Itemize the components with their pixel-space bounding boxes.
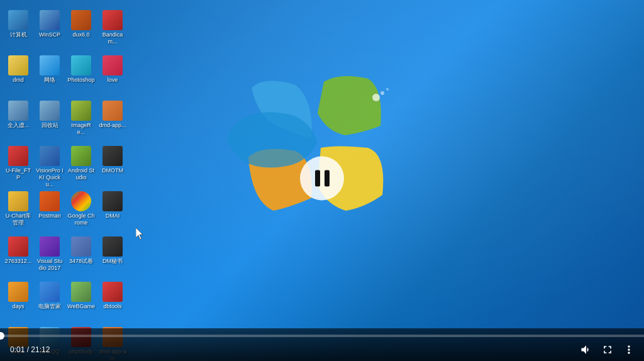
- icon-img-uchard: [8, 191, 28, 211]
- icon-label-uftp: U-File_FTP: [4, 167, 32, 181]
- desktop-icon-chrome[interactable]: Google Chrome: [67, 190, 96, 234]
- pause-button[interactable]: [300, 157, 344, 201]
- icon-img-protect: [40, 282, 60, 302]
- desktop-icon-postman[interactable]: Postman: [35, 190, 64, 234]
- desktop-icon-3478[interactable]: 3478试卷: [67, 235, 96, 279]
- desktop-icons: 计算机WinSCPdux6.0Bandicam...dmd网络Photoshop…: [0, 5, 126, 332]
- pause-bar-right: [325, 170, 330, 187]
- icon-label-computer: 计算机: [10, 31, 27, 38]
- desktop-icon-dmdapp[interactable]: dmd-app...: [98, 99, 127, 143]
- icon-img-qq: [40, 55, 60, 75]
- desktop-icon-dm6[interactable]: DM秘书: [98, 235, 127, 279]
- progress-bar[interactable]: [0, 335, 644, 337]
- fullscreen-icon: [601, 343, 614, 356]
- desktop-icon-dmai[interactable]: DMAI: [98, 190, 127, 234]
- desktop-icon-qq[interactable]: 网络: [35, 54, 64, 98]
- icon-label-dmai: DMAI: [106, 213, 120, 219]
- desktop-icon-photoshop[interactable]: Photoshop: [67, 54, 96, 98]
- desktop-icon-num[interactable]: 2763312...: [4, 235, 33, 279]
- icon-label-dux: dux6.0: [72, 31, 89, 38]
- icon-img-love: [103, 55, 123, 75]
- progress-dot: [0, 332, 4, 340]
- desktop-icon-computer[interactable]: 计算机: [4, 9, 33, 53]
- icon-img-chrome: [71, 191, 91, 211]
- desktop-icon-imageres[interactable]: ImageRe...: [67, 99, 96, 143]
- icon-img-recycle: [40, 101, 60, 121]
- icon-label-dmd: dmd: [13, 77, 24, 84]
- video-container: 计算机WinSCPdux6.0Bandicam...dmd网络Photoshop…: [0, 0, 644, 361]
- icon-img-dmd: [8, 55, 28, 75]
- time-display: 0:01 / 21:12: [10, 345, 50, 354]
- windows-logo: [214, 50, 415, 252]
- icon-img-3478: [71, 236, 91, 257]
- icon-img-dbtools: [103, 282, 123, 302]
- pause-bar-left: [315, 170, 320, 187]
- controls-bottom: 0:01 / 21:12: [0, 342, 644, 357]
- icon-label-webgame: WeBGame: [67, 303, 95, 310]
- pause-icon: [315, 170, 330, 187]
- icon-img-bandicam: [103, 10, 123, 30]
- desktop-icon-protect[interactable]: 电脑管家: [35, 280, 64, 325]
- icon-img-winscp: [40, 10, 60, 30]
- volume-button[interactable]: [579, 342, 594, 357]
- desktop-icon-webgame[interactable]: WeBGame: [67, 280, 96, 325]
- desktop-icon-dbtools[interactable]: dbtools: [98, 280, 127, 325]
- icon-img-vs: [40, 236, 60, 257]
- desktop-icon-vision[interactable]: VisionPro IKI Quicku...: [35, 145, 64, 189]
- video-controls-bar: 0:01 / 21:12: [0, 328, 644, 361]
- icon-img-dm6: [103, 236, 123, 257]
- volume-icon: [580, 343, 592, 356]
- icon-label-winscp: WinSCP: [39, 31, 60, 38]
- icon-img-dmdapp: [103, 101, 123, 121]
- icon-label-vs: Visual Studio 2017: [36, 258, 64, 272]
- icon-label-protect: 电脑管家: [38, 303, 61, 310]
- icon-img-webgame: [71, 282, 91, 302]
- icon-img-computer: [8, 10, 28, 30]
- more-vert-icon: [623, 343, 635, 356]
- desktop-icon-days[interactable]: days: [4, 280, 33, 325]
- desktop-icon-recycle[interactable]: 回收站: [35, 99, 64, 143]
- icon-label-days: days: [12, 303, 24, 310]
- icon-label-love: love: [108, 77, 118, 84]
- desktop-icon-vs[interactable]: Visual Studio 2017: [35, 235, 64, 279]
- icon-img-imageres: [71, 101, 91, 121]
- icon-img-dux: [71, 10, 91, 30]
- icon-img-days: [8, 282, 28, 302]
- desktop-icon-bandicam[interactable]: Bandicam...: [98, 9, 127, 53]
- icon-img-photoshop: [71, 55, 91, 75]
- desktop-icon-dmd[interactable]: dmd: [4, 54, 33, 98]
- icon-img-android: [71, 146, 91, 166]
- desktop-icon-winscp[interactable]: WinSCP: [35, 9, 64, 53]
- desktop-icon-uftp[interactable]: U-File_FTP: [4, 145, 33, 189]
- icon-label-dm6: DM秘书: [103, 258, 123, 265]
- icon-label-recycle: 回收站: [42, 122, 58, 129]
- icon-label-postman: Postman: [38, 213, 61, 219]
- desktop-icon-uchard[interactable]: U-Chart库管理: [4, 190, 33, 234]
- icon-img-dmai: [103, 191, 123, 211]
- icon-label-uchard: U-Chart库管理: [4, 213, 32, 226]
- svg-point-1: [380, 91, 384, 95]
- icon-img-postman: [40, 191, 60, 211]
- icon-label-bandicam: Bandicam...: [99, 31, 126, 45]
- icon-img-vision: [40, 146, 60, 166]
- icon-label-dmdapp: dmd-app...: [99, 122, 126, 129]
- icon-img-num: [8, 236, 28, 257]
- icon-label-num: 2763312...: [5, 258, 32, 265]
- desktop-icon-love[interactable]: love: [98, 54, 127, 98]
- desktop-icon-dux[interactable]: dux6.0: [67, 9, 96, 53]
- icon-label-chrome: Google Chrome: [67, 213, 95, 226]
- icon-label-qq: 网络: [44, 77, 55, 84]
- desktop-icon-dmotm[interactable]: DMOTM: [98, 145, 127, 189]
- icon-label-quanruxu: 全入虚...: [8, 122, 30, 129]
- icon-label-3478: 3478试卷: [69, 258, 93, 265]
- fullscreen-button[interactable]: [600, 342, 615, 357]
- icon-img-dmotm: [103, 146, 123, 166]
- icon-img-quanruxu: [8, 101, 28, 121]
- icon-label-photoshop: Photoshop: [67, 77, 94, 84]
- svg-point-0: [372, 94, 380, 101]
- more-options-button[interactable]: [621, 342, 636, 357]
- icon-img-uftp: [8, 146, 28, 166]
- icon-label-android: Android Studio: [67, 167, 95, 181]
- desktop-icon-android[interactable]: Android Studio: [67, 145, 96, 189]
- desktop-icon-quanruxu[interactable]: 全入虚...: [4, 99, 33, 143]
